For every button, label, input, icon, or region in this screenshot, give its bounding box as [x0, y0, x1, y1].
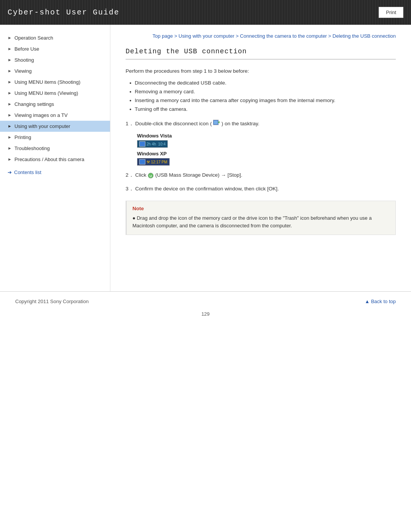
chevron-right-icon: ►	[8, 35, 12, 40]
breadcrumb-using-computer[interactable]: Using with your computer	[178, 33, 234, 39]
sidebar-item-label: Precautions / About this camera	[14, 157, 84, 162]
chevron-right-icon: ►	[8, 69, 12, 73]
sidebar-item-label: Before Use	[14, 46, 39, 52]
step-number: 1．	[126, 121, 134, 126]
step-text: Double-click the disconnect icon (	[135, 121, 212, 126]
chevron-right-icon: ►	[8, 113, 12, 117]
note-box: Note ● Drag and drop the icon of the mem…	[126, 201, 396, 235]
sidebar-item-before-use[interactable]: ► Before Use	[0, 43, 110, 54]
back-to-top-link[interactable]: ▲ Back to top	[365, 299, 396, 304]
windows-vista-taskbar: 2h 4h 10:4	[137, 140, 168, 148]
sidebar-item-using-computer[interactable]: ► Using with your computer	[0, 121, 110, 132]
sidebar-item-label: Using with your computer	[14, 123, 70, 129]
copyright-text: Copyright 2011 Sony Corporation	[15, 299, 89, 304]
sidebar-item-changing-settings[interactable]: ► Changing settings	[0, 99, 110, 110]
sidebar-item-printing[interactable]: ► Printing	[0, 132, 110, 143]
footer-row: Copyright 2011 Sony Corporation ▲ Back t…	[0, 296, 411, 307]
contents-list-link[interactable]: ➔ Contents list	[0, 165, 110, 177]
windows-xp-section: Windows XP ⚒ 12:17 PM	[137, 151, 396, 166]
taskbar-text-1: 2h 4h 10:4	[147, 142, 166, 146]
breadcrumb-sep3: >	[327, 33, 333, 39]
sidebar-item-viewing[interactable]: ► Viewing	[0, 66, 110, 77]
sidebar: ► Operation Search ► Before Use ► Shooti…	[0, 25, 110, 291]
breadcrumb: Top page > Using with your computer > Co…	[126, 32, 396, 40]
chevron-right-icon: ►	[8, 102, 12, 106]
step-1: 1． Double-click the disconnect icon ( ) …	[126, 120, 396, 128]
chevron-right-icon: ►	[8, 46, 12, 51]
sidebar-item-menu-shooting[interactable]: ► Using MENU items (Shooting)	[0, 77, 110, 88]
disconnect-icon	[213, 120, 220, 125]
main-layout: ► Operation Search ► Before Use ► Shooti…	[0, 25, 411, 291]
arrow-right-icon: ➔	[8, 169, 12, 175]
sidebar-item-label: Printing	[14, 134, 31, 140]
back-to-top-label: Back to top	[371, 299, 396, 304]
sidebar-item-menu-viewing[interactable]: ► Using MENU items (Viewing)	[0, 88, 110, 99]
list-item: Disconnecting the dedicated USB cable.	[129, 79, 396, 88]
sidebar-item-label: Changing settings	[14, 101, 54, 107]
sidebar-item-label: Viewing	[14, 68, 32, 74]
chevron-right-icon: ►	[8, 58, 12, 62]
contents-link-label: Contents list	[14, 169, 41, 175]
page-title: Deleting the USB connection	[126, 48, 396, 59]
sidebar-item-label: Troubleshooting	[14, 145, 50, 151]
sidebar-item-label: Using MENU items (Shooting)	[14, 79, 80, 85]
breadcrumb-top[interactable]: Top page	[153, 33, 173, 39]
step-text: Confirm the device on the confirmation w…	[135, 186, 279, 192]
chevron-right-icon: ►	[8, 157, 12, 161]
back-to-top-arrow: ▲	[365, 299, 371, 304]
chevron-right-icon: ►	[8, 124, 12, 128]
breadcrumb-sep1: >	[173, 33, 178, 39]
sidebar-item-label: Using MENU items (Viewing)	[14, 90, 78, 96]
footer-divider	[0, 291, 411, 292]
header: Cyber-shot User Guide Print	[0, 0, 411, 25]
windows-vista-label: Windows Vista	[137, 133, 396, 139]
list-item: Removing a memory card.	[129, 88, 396, 96]
sidebar-item-operation-search[interactable]: ► Operation Search	[0, 32, 110, 43]
note-text: Drag and drop the icon of the memory car…	[132, 215, 372, 229]
sidebar-item-precautions[interactable]: ► Precautions / About this camera	[0, 154, 110, 165]
windows-vista-section: Windows Vista 2h 4h 10:4	[137, 133, 396, 148]
intro-text: Perform the procedures from step 1 to 3 …	[126, 67, 396, 75]
windows-xp-taskbar: ⚒ 12:17 PM	[137, 158, 170, 166]
sidebar-item-shooting[interactable]: ► Shooting	[0, 54, 110, 66]
breadcrumb-connecting[interactable]: Connecting the camera to the computer	[240, 33, 327, 39]
chevron-right-icon: ►	[8, 91, 12, 95]
note-content: ● Drag and drop the icon of the memory c…	[132, 214, 390, 230]
chevron-right-icon: ►	[8, 135, 12, 139]
svg-rect-1	[214, 121, 218, 124]
page-number: 129	[0, 307, 411, 324]
breadcrumb-sep2: >	[234, 33, 240, 39]
note-title: Note	[132, 206, 390, 211]
app-title: Cyber-shot User Guide	[8, 8, 119, 17]
chevron-right-icon: ►	[8, 80, 12, 84]
breadcrumb-deleting[interactable]: Deleting the USB connection	[333, 33, 396, 39]
step-text: Click	[135, 172, 148, 178]
usb-icon: U	[148, 173, 154, 179]
taskbar-icon-1	[139, 141, 145, 147]
chevron-right-icon: ►	[8, 146, 12, 150]
bullet-list: Disconnecting the dedicated USB cable. R…	[129, 79, 396, 114]
step-2: 2． Click U (USB Mass Storage Device) → […	[126, 171, 396, 179]
taskbar-text-2: ⚒ 12:17 PM	[147, 160, 167, 164]
sidebar-item-label: Operation Search	[14, 35, 53, 41]
content-area: Top page > Using with your computer > Co…	[110, 25, 411, 254]
sidebar-item-viewing-tv[interactable]: ► Viewing images on a TV	[0, 110, 110, 121]
sidebar-item-troubleshooting[interactable]: ► Troubleshooting	[0, 143, 110, 154]
windows-xp-label: Windows XP	[137, 151, 396, 157]
note-bullet: ●	[132, 215, 137, 221]
list-item: Turning off the camera.	[129, 105, 396, 114]
sidebar-item-label: Shooting	[14, 57, 34, 63]
step-text-after: ) on the tasktray.	[221, 121, 260, 126]
step-number: 2．	[126, 172, 134, 178]
taskbar-icon-2	[139, 159, 145, 165]
svg-text:U: U	[150, 174, 152, 177]
list-item: Inserting a memory card into the camera …	[129, 96, 396, 105]
print-button[interactable]: Print	[379, 7, 403, 18]
sidebar-item-label: Viewing images on a TV	[14, 112, 68, 118]
step-number: 3．	[126, 186, 134, 192]
step-text2: (USB Mass Storage Device) → [Stop].	[155, 172, 242, 178]
step-3: 3． Confirm the device on the confirmatio…	[126, 185, 396, 193]
